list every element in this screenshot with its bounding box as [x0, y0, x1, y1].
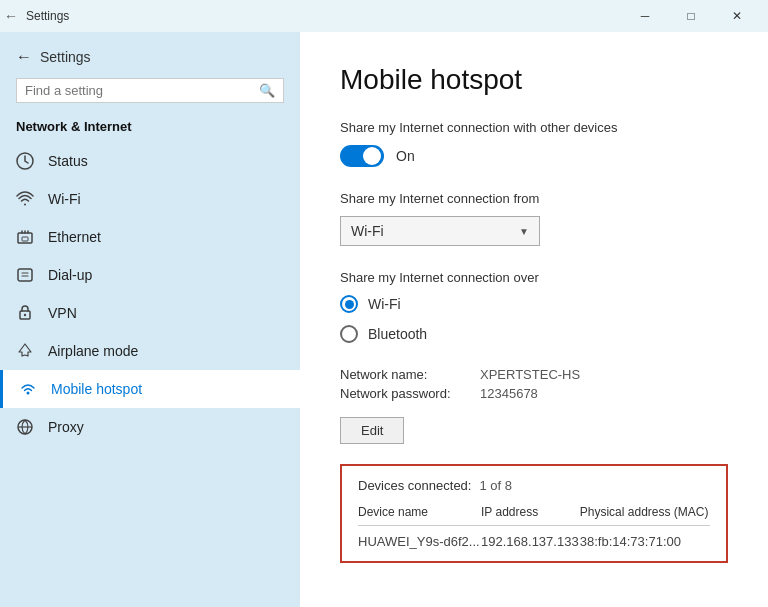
titlebar-left: ← Settings	[4, 8, 69, 24]
dialup-icon	[16, 266, 34, 284]
network-name-val: XPERTSTEC-HS	[480, 367, 580, 382]
airplane-icon	[16, 342, 34, 360]
share-from-dropdown[interactable]: Wi-Fi ▼	[340, 216, 540, 246]
vpn-icon	[16, 304, 34, 322]
sidebar-item-wifi-label: Wi-Fi	[48, 191, 81, 207]
radio-bluetooth[interactable]: Bluetooth	[340, 325, 728, 343]
radio-group: Wi-Fi Bluetooth	[340, 295, 728, 343]
cell-mac-address: 38:fb:14:73:71:00	[580, 526, 710, 550]
devices-table: Device name IP address Physical address …	[358, 505, 710, 549]
col-mac-address: Physical address (MAC)	[580, 505, 710, 526]
cell-ip-address: 192.168.137.133	[481, 526, 580, 550]
titlebar: ← Settings ─ □ ✕	[0, 0, 768, 32]
sidebar: ← Settings 🔍 Network & Internet Status	[0, 32, 300, 607]
cell-device-name: HUAWEI_Y9s-d6f2...	[358, 526, 481, 550]
sidebar-item-status-label: Status	[48, 153, 88, 169]
sidebar-item-airplane[interactable]: Airplane mode	[0, 332, 300, 370]
proxy-icon	[16, 418, 34, 436]
search-box[interactable]: 🔍	[16, 78, 284, 103]
ethernet-icon	[16, 228, 34, 246]
close-button[interactable]: ✕	[714, 0, 760, 32]
wifi-icon	[16, 190, 34, 208]
devices-connected-value: 1 of 8	[479, 478, 512, 493]
devices-connected-label: Devices connected:	[358, 478, 471, 493]
share-over-label: Share my Internet connection over	[340, 270, 728, 285]
sidebar-item-proxy-label: Proxy	[48, 419, 84, 435]
sidebar-item-dialup[interactable]: Dial-up	[0, 256, 300, 294]
back-arrow-icon: ←	[16, 48, 32, 66]
toggle-state-label: On	[396, 148, 415, 164]
titlebar-controls: ─ □ ✕	[622, 0, 760, 32]
col-ip-address: IP address	[481, 505, 580, 526]
network-name-row: Network name: XPERTSTEC-HS	[340, 367, 728, 382]
share-from-value: Wi-Fi	[351, 223, 384, 239]
app-body: ← Settings 🔍 Network & Internet Status	[0, 32, 768, 607]
sidebar-item-wifi[interactable]: Wi-Fi	[0, 180, 300, 218]
share-label: Share my Internet connection with other …	[340, 120, 728, 135]
edit-button[interactable]: Edit	[340, 417, 404, 444]
hotspot-toggle[interactable]	[340, 145, 384, 167]
chevron-down-icon: ▼	[519, 226, 529, 237]
radio-wifi-label: Wi-Fi	[368, 296, 401, 312]
minimize-button[interactable]: ─	[622, 0, 668, 32]
maximize-button[interactable]: □	[668, 0, 714, 32]
radio-bluetooth-circle[interactable]	[340, 325, 358, 343]
network-password-val: 12345678	[480, 386, 538, 401]
table-row: HUAWEI_Y9s-d6f2... 192.168.137.133 38:fb…	[358, 526, 710, 550]
titlebar-title: Settings	[26, 9, 69, 23]
search-icon: 🔍	[259, 83, 275, 98]
sidebar-item-status[interactable]: Status	[0, 142, 300, 180]
devices-box: Devices connected: 1 of 8 Device name IP…	[340, 464, 728, 563]
svg-rect-2	[22, 237, 28, 241]
radio-wifi[interactable]: Wi-Fi	[340, 295, 728, 313]
network-name-key: Network name:	[340, 367, 480, 382]
sidebar-item-vpn[interactable]: VPN	[0, 294, 300, 332]
radio-wifi-circle[interactable]	[340, 295, 358, 313]
page-title: Mobile hotspot	[340, 64, 728, 96]
sidebar-item-proxy[interactable]: Proxy	[0, 408, 300, 446]
sidebar-item-hotspot-label: Mobile hotspot	[51, 381, 142, 397]
back-label: Settings	[40, 49, 91, 65]
search-input[interactable]	[25, 83, 253, 98]
back-icon: ←	[4, 8, 18, 24]
radio-bluetooth-label: Bluetooth	[368, 326, 427, 342]
sidebar-item-hotspot[interactable]: Mobile hotspot	[0, 370, 300, 408]
devices-connected-row: Devices connected: 1 of 8	[358, 478, 710, 493]
network-info: Network name: XPERTSTEC-HS Network passw…	[340, 367, 728, 401]
hotspot-icon	[19, 380, 37, 398]
sidebar-item-dialup-label: Dial-up	[48, 267, 92, 283]
network-password-key: Network password:	[340, 386, 480, 401]
back-nav[interactable]: ← Settings	[0, 40, 300, 78]
sidebar-section-title: Network & Internet	[0, 119, 300, 142]
svg-rect-3	[18, 269, 32, 281]
content-area: Mobile hotspot Share my Internet connect…	[300, 32, 768, 607]
svg-point-6	[27, 392, 30, 395]
share-from-label: Share my Internet connection from	[340, 191, 728, 206]
network-password-row: Network password: 12345678	[340, 386, 728, 401]
toggle-row: On	[340, 145, 728, 167]
dropdown-row: Wi-Fi ▼	[340, 216, 728, 246]
status-icon	[16, 152, 34, 170]
col-device-name: Device name	[358, 505, 481, 526]
sidebar-item-ethernet[interactable]: Ethernet	[0, 218, 300, 256]
sidebar-item-vpn-label: VPN	[48, 305, 77, 321]
sidebar-item-ethernet-label: Ethernet	[48, 229, 101, 245]
sidebar-item-airplane-label: Airplane mode	[48, 343, 138, 359]
svg-point-5	[24, 314, 26, 316]
